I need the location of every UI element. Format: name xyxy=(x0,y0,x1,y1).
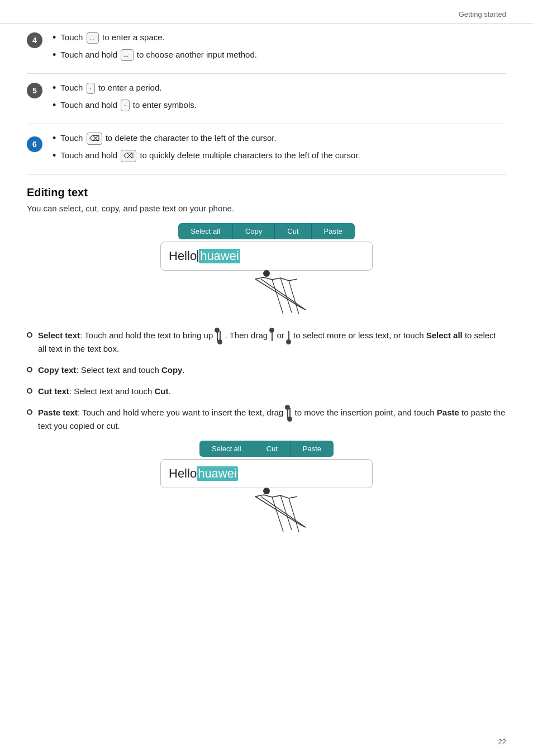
paste-handle-icon xyxy=(287,408,291,418)
label-paste-text: Paste text xyxy=(38,408,78,417)
illustration-2: Select all Cut Paste Hello huawei xyxy=(27,441,506,533)
context-menu-bar-1: Select all Copy Cut Paste xyxy=(160,223,373,239)
editing-intro: You can select, cut, copy, and paste tex… xyxy=(27,204,506,213)
text-input-box-2: Hello huawei xyxy=(160,459,373,488)
backspace-hold-key-icon: ⌫ xyxy=(121,150,136,162)
section-6: 6 • Touch ⌫ to delete the character to t… xyxy=(27,124,506,175)
label-cut-text: Cut text xyxy=(38,386,69,396)
menu2-cut[interactable]: Cut xyxy=(254,441,291,457)
bullet-paste-text: Paste text: Touch and hold where you wan… xyxy=(27,406,506,433)
context-menu-2: Select all Cut Paste xyxy=(199,441,334,457)
context-menu-1: Select all Copy Cut Paste xyxy=(178,223,355,239)
text-huawei-1: huawei xyxy=(199,249,240,263)
bullet-cut-text: Cut text: Select text and touch Cut. xyxy=(27,385,506,398)
bullet-select-text: Select text: Touch and hold the text to … xyxy=(27,329,506,356)
circle-4: 4 xyxy=(27,32,42,48)
drag-handle-top-icon xyxy=(272,331,273,341)
label-select-text: Select text xyxy=(38,330,80,340)
circle-6: 6 xyxy=(27,136,42,152)
text-input-box-1: Hello huawei xyxy=(160,242,373,271)
page-header: Getting started xyxy=(0,0,533,23)
menu-paste[interactable]: Paste xyxy=(312,223,355,239)
menu2-paste[interactable]: Paste xyxy=(291,441,334,457)
svg-line-9 xyxy=(272,497,283,532)
page-number: 22 xyxy=(498,738,506,746)
bullet-5-1: • Touch · to enter a period. xyxy=(53,82,506,94)
period-hold-key-icon: · xyxy=(121,100,129,111)
menu2-select-all[interactable]: Select all xyxy=(199,441,254,457)
bullet-4-2: • Touch and hold ⎵ to choose another inp… xyxy=(53,49,506,62)
edit-bullet-list: Select text: Touch and hold the text to … xyxy=(27,329,506,433)
copy-label: Copy xyxy=(161,365,183,375)
hand-area-1 xyxy=(160,271,373,315)
section-5: 5 • Touch · to enter a period. • Touch a… xyxy=(27,74,506,124)
svg-line-10 xyxy=(280,495,292,530)
paste-label: Paste xyxy=(437,408,459,417)
bullet-4-1: • Touch ⎵ to enter a space. xyxy=(53,31,506,44)
period-key-icon: · xyxy=(87,83,95,94)
space-hold-key-icon: ⎵ xyxy=(121,49,133,61)
editing-section: Editing text You can select, cut, copy, … xyxy=(27,175,506,552)
context-menu-bar-2: Select all Cut Paste xyxy=(160,441,373,457)
select-all-label: Select all xyxy=(426,330,463,340)
svg-line-3 xyxy=(272,280,283,314)
bullet-5-2: • Touch and hold · to enter symbols. xyxy=(53,99,506,112)
illustration-1: Select all Copy Cut Paste Hello huawei xyxy=(27,223,506,315)
svg-line-0 xyxy=(255,279,300,307)
cut-label: Cut xyxy=(154,386,168,396)
svg-line-1 xyxy=(261,279,306,310)
space-key-icon: ⎵ xyxy=(87,32,99,44)
menu-cut[interactable]: Cut xyxy=(275,223,311,239)
header-label: Getting started xyxy=(459,10,506,18)
section-4: 4 • Touch ⎵ to enter a space. • Touch an… xyxy=(27,23,506,74)
text-cursor-1 xyxy=(197,250,198,262)
text-huawei-2: huawei xyxy=(197,466,238,481)
circle-5: 5 xyxy=(27,83,42,98)
svg-line-7 xyxy=(261,497,306,527)
drag-handle-bottom-icon xyxy=(288,331,289,341)
backspace-key-icon: ⌫ xyxy=(87,133,102,145)
hand-svg-1 xyxy=(250,276,317,321)
bullet-copy-text: Copy text: Select text and touch Copy. xyxy=(27,363,506,377)
text-hello-2: Hello xyxy=(169,466,197,481)
svg-line-4 xyxy=(280,278,292,313)
hand-svg-2 xyxy=(250,494,317,538)
editing-title: Editing text xyxy=(27,186,506,199)
hand-area-2 xyxy=(160,488,373,533)
svg-line-6 xyxy=(255,497,300,525)
text-hello-1: Hello xyxy=(169,249,197,263)
label-copy-text: Copy text xyxy=(38,365,76,375)
bullet-6-2: • Touch and hold ⌫ to quickly delete mul… xyxy=(53,149,506,162)
select-handles-icon xyxy=(217,331,221,341)
menu-copy[interactable]: Copy xyxy=(233,223,275,239)
menu-select-all[interactable]: Select all xyxy=(178,223,233,239)
bullet-6-1: • Touch ⌫ to delete the character to the… xyxy=(53,132,506,145)
